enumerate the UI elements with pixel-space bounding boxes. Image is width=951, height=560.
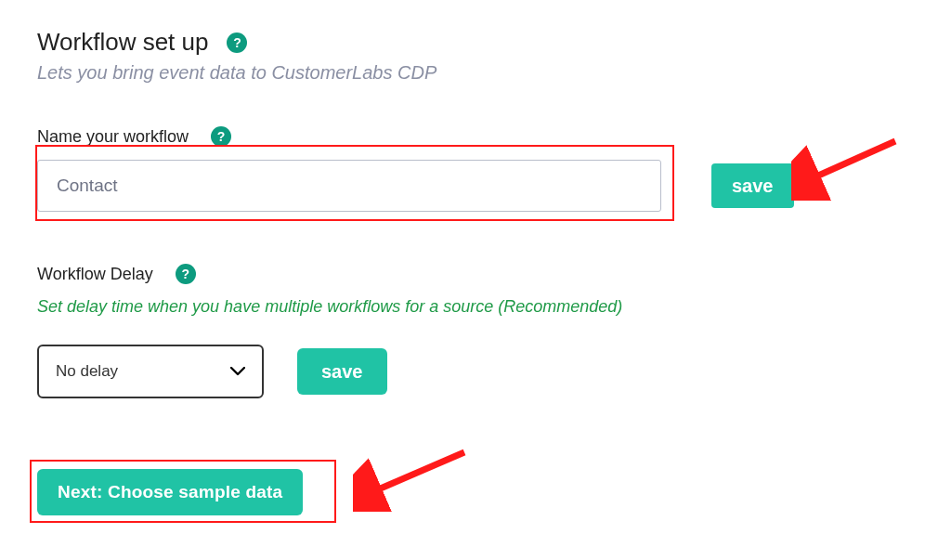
workflow-name-label: Name your workflow xyxy=(37,127,189,147)
workflow-delay-label: Workflow Delay xyxy=(37,265,153,284)
next-choose-sample-data-button[interactable]: Next: Choose sample data xyxy=(37,469,303,515)
help-icon[interactable]: ? xyxy=(227,33,247,53)
help-icon[interactable]: ? xyxy=(211,126,231,147)
workflow-name-input[interactable] xyxy=(37,160,661,212)
svg-line-0 xyxy=(808,141,895,180)
annotation-arrow-icon xyxy=(353,447,474,512)
chevron-down-icon xyxy=(230,364,245,379)
svg-line-1 xyxy=(370,452,464,493)
save-workflow-name-button[interactable]: save xyxy=(711,163,794,208)
page-title: Workflow set up xyxy=(37,28,208,57)
workflow-delay-value: No delay xyxy=(56,362,230,381)
page-subtitle: Lets you bring event data to CustomerLab… xyxy=(37,62,914,84)
workflow-delay-hint: Set delay time when you have multiple wo… xyxy=(37,297,914,317)
save-workflow-delay-button[interactable]: save xyxy=(297,348,387,395)
workflow-delay-select[interactable]: No delay xyxy=(37,345,264,398)
help-icon[interactable]: ? xyxy=(176,264,196,284)
